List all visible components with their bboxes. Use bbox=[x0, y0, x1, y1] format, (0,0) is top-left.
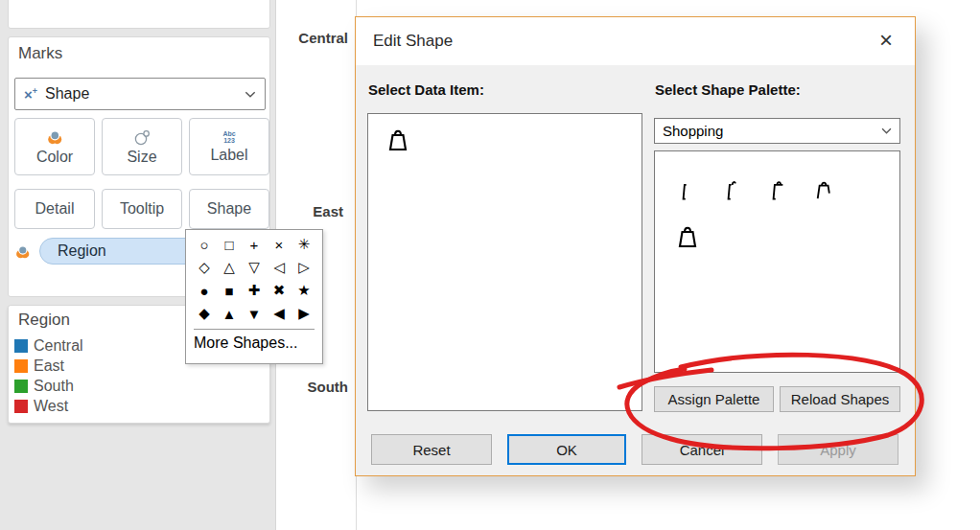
shape-plus[interactable]: + bbox=[242, 233, 267, 256]
legend-item-west[interactable]: West bbox=[14, 396, 264, 416]
shape-filled-circle[interactable]: ● bbox=[192, 279, 217, 302]
shape-x[interactable]: × bbox=[267, 233, 292, 256]
shelf-card bbox=[8, 0, 270, 29]
shape-open-circle[interactable]: ○ bbox=[192, 233, 217, 256]
dialog-body: Select Data Item: Select Shape Palette: … bbox=[356, 65, 915, 475]
shape-asterisk[interactable]: ✳ bbox=[292, 233, 316, 256]
mark-type-dropdown[interactable]: ×+ Shape bbox=[14, 78, 266, 110]
shape-filled-diamond[interactable]: ◆ bbox=[192, 302, 217, 325]
color-button[interactable]: Color bbox=[14, 118, 95, 175]
shape-open-triangle-left[interactable]: ◁ bbox=[267, 256, 292, 279]
popup-divider bbox=[194, 329, 315, 330]
shape-filled-triangle-right[interactable]: ▶ bbox=[292, 302, 316, 325]
shape-button[interactable]: Shape bbox=[189, 189, 269, 229]
bag-stroke-2-icon[interactable] bbox=[721, 178, 746, 203]
bag-stroke-4-icon[interactable] bbox=[811, 178, 836, 203]
edit-shape-dialog: Edit Shape × Select Data Item: Select Sh… bbox=[355, 16, 916, 476]
select-data-item-label: Select Data Item: bbox=[368, 81, 484, 98]
marks-title: Marks bbox=[18, 44, 62, 63]
ok-button[interactable]: OK bbox=[507, 434, 626, 465]
size-icon bbox=[133, 128, 151, 146]
shape-filled-triangle-up[interactable]: ▲ bbox=[217, 302, 242, 325]
bag-stroke-3-icon[interactable] bbox=[766, 178, 791, 203]
palette-shapes-listbox[interactable] bbox=[654, 150, 900, 373]
region-pill[interactable]: Region bbox=[39, 238, 198, 265]
color-legend-icon bbox=[14, 243, 31, 260]
shape-open-triangle-down[interactable]: ▽ bbox=[242, 256, 267, 279]
more-shapes-item[interactable]: More Shapes... bbox=[192, 332, 316, 355]
apply-button[interactable]: Apply bbox=[778, 434, 898, 465]
row-label-east: East bbox=[267, 203, 343, 219]
dialog-title: Edit Shape bbox=[373, 32, 453, 51]
east-swatch bbox=[14, 359, 28, 373]
cancel-button[interactable]: Cancel bbox=[642, 434, 762, 465]
mark-type-value: Shape bbox=[45, 85, 245, 103]
dialog-titlebar[interactable]: Edit Shape bbox=[356, 17, 915, 65]
legend-title: Region bbox=[18, 311, 70, 330]
west-swatch bbox=[14, 400, 28, 413]
shape-filled-square[interactable]: ■ bbox=[217, 279, 242, 302]
data-item-listbox[interactable] bbox=[367, 113, 642, 411]
bag-stroke-1-icon[interactable] bbox=[676, 178, 701, 203]
row-label-south: South bbox=[271, 379, 348, 395]
label-button[interactable]: Abc 123 Label bbox=[189, 118, 269, 175]
shape-bold-x[interactable]: ✖ bbox=[267, 279, 292, 302]
central-swatch bbox=[14, 339, 28, 353]
shape-picker-popup: ○ □ + × ✳ ◇ △ ▽ ◁ ▷ ● ■ ✚ ✖ ★ ◆ ▲ ▼ ◀ ▶ … bbox=[185, 229, 323, 364]
close-icon[interactable]: × bbox=[869, 23, 903, 58]
chevron-down-icon bbox=[245, 91, 256, 98]
row-label-central: Central bbox=[271, 30, 348, 46]
shape-open-diamond[interactable]: ◇ bbox=[192, 256, 217, 279]
assign-palette-button[interactable]: Assign Palette bbox=[654, 386, 774, 412]
palette-selected-value: Shopping bbox=[663, 123, 881, 139]
size-button[interactable]: Size bbox=[102, 118, 182, 175]
shape-filled-triangle-left[interactable]: ◀ bbox=[267, 302, 292, 325]
shape-open-square[interactable]: □ bbox=[217, 233, 242, 256]
shape-bold-plus[interactable]: ✚ bbox=[242, 279, 267, 302]
south-swatch bbox=[14, 380, 28, 393]
color-icon bbox=[46, 128, 63, 146]
shape-palette-dropdown[interactable]: Shopping bbox=[654, 118, 900, 144]
shape-filled-triangle-down[interactable]: ▼ bbox=[242, 302, 267, 325]
shape-star[interactable]: ★ bbox=[292, 279, 316, 302]
bag-complete-icon[interactable] bbox=[673, 222, 702, 251]
label-icon: Abc 123 bbox=[222, 130, 235, 144]
app-window: Central East South Marks ×+ Shape Color … bbox=[0, 0, 980, 530]
detail-button[interactable]: Detail bbox=[14, 189, 95, 229]
reload-shapes-button[interactable]: Reload Shapes bbox=[780, 386, 900, 412]
shape-open-triangle-up[interactable]: △ bbox=[217, 256, 242, 279]
legend-item-south[interactable]: South bbox=[14, 376, 264, 396]
shape-open-triangle-right[interactable]: ▷ bbox=[292, 256, 316, 279]
select-shape-palette-label: Select Shape Palette: bbox=[655, 81, 801, 98]
tooltip-button[interactable]: Tooltip bbox=[102, 189, 182, 229]
shopping-bag-icon[interactable] bbox=[384, 126, 412, 154]
chevron-down-icon bbox=[881, 127, 892, 134]
reset-button[interactable]: Reset bbox=[371, 434, 492, 465]
shape-mark-icon: ×+ bbox=[24, 86, 37, 103]
